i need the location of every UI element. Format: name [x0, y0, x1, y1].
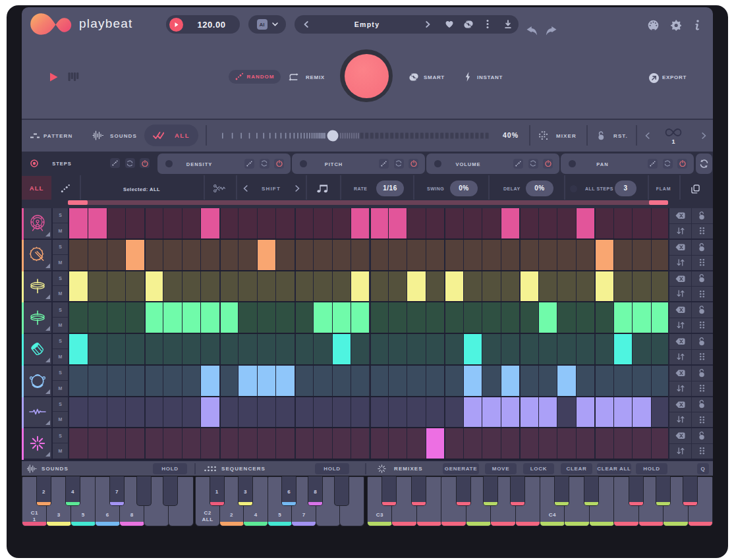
playhead-position[interactable] [68, 200, 88, 205]
solo-button-kick[interactable]: S [53, 208, 68, 223]
bottom-sounds-label[interactable]: SOUNDS [42, 466, 69, 472]
note-value-icon[interactable] [316, 184, 328, 193]
remix-label[interactable]: REMIX [306, 74, 325, 80]
step-cell-kick-3[interactable] [107, 208, 125, 238]
sequencers-label[interactable]: SEQUENCERS [221, 466, 266, 472]
track-swap-button[interactable] [669, 412, 691, 427]
track-expand-corner[interactable] [45, 326, 50, 331]
gear-icon[interactable] [670, 20, 681, 31]
toolbar-all-tab[interactable]: ALL [22, 176, 51, 200]
track-swap-button[interactable] [669, 223, 691, 238]
step-cell-tom-13[interactable] [295, 366, 313, 396]
step-cell-synth-21[interactable] [444, 397, 463, 428]
step-cell-kick-31[interactable] [632, 208, 650, 238]
step-cell-kick-12[interactable] [275, 208, 294, 238]
track-clear-button[interactable] [669, 334, 691, 349]
step-cell-tom-7[interactable] [182, 366, 200, 396]
big-generate-button-inner[interactable] [345, 54, 389, 98]
step-cell-kick-23[interactable] [482, 208, 500, 238]
step-cell-hihat-open-18[interactable] [388, 302, 407, 333]
undo-icon[interactable] [526, 26, 538, 36]
mute-button-hihat-closed[interactable]: M [53, 286, 68, 301]
smart-label[interactable]: SMART [424, 74, 445, 80]
track-drag-handle[interactable] [691, 381, 713, 396]
step-cell-tom-14[interactable] [313, 366, 331, 396]
key-C#4[interactable] [554, 476, 569, 506]
tab-pitch-dice-button[interactable] [379, 159, 389, 169]
step-cell-kick-5[interactable] [144, 208, 163, 238]
step-cell-perc-27[interactable] [557, 428, 575, 459]
step-cell-perc-14[interactable] [313, 428, 331, 459]
step-cell-perc-21[interactable] [444, 428, 463, 459]
step-cell-snare-12[interactable] [275, 240, 294, 270]
step-cell-hihat-closed-14[interactable] [313, 271, 331, 302]
step-cell-shaker-26[interactable] [538, 334, 557, 364]
step-cell-hihat-closed-16[interactable] [351, 271, 369, 302]
step-cell-hihat-closed-4[interactable] [125, 271, 144, 302]
track-lock-button[interactable] [691, 302, 713, 318]
track-swap-button[interactable] [669, 286, 691, 301]
track-icon-cell-snare[interactable] [24, 240, 51, 271]
step-cell-hihat-closed-13[interactable] [295, 271, 313, 302]
key-C#2[interactable]: 1 [210, 476, 225, 506]
mute-button-hihat-open[interactable]: M [53, 318, 68, 333]
step-cell-shaker-3[interactable] [107, 334, 125, 364]
tab-volume-dice-button[interactable] [513, 159, 523, 169]
step-cell-kick-2[interactable] [88, 208, 106, 238]
all-steps-value[interactable]: 3 [615, 181, 636, 196]
step-cell-hihat-open-13[interactable] [295, 302, 313, 333]
step-cell-hihat-open-6[interactable] [163, 302, 181, 333]
key-D#3[interactable] [411, 476, 426, 506]
tab-density[interactable]: DENSITY [157, 154, 291, 174]
clear-button[interactable]: CLEAR [561, 463, 592, 474]
move-button[interactable]: MOVE [485, 463, 517, 474]
key-F#2[interactable]: 6 [281, 476, 296, 506]
delay-value[interactable]: 0% [526, 181, 553, 196]
mute-button-tom[interactable]: M [53, 381, 68, 396]
step-cell-snare-13[interactable] [295, 240, 313, 270]
step-cell-synth-32[interactable] [651, 397, 669, 428]
step-cell-snare-31[interactable] [632, 240, 650, 270]
step-cell-synth-22[interactable] [463, 397, 482, 428]
step-cell-synth-9[interactable] [219, 397, 238, 428]
shift-right-button[interactable] [295, 185, 300, 192]
step-cell-snare-14[interactable] [313, 240, 331, 270]
step-cell-hihat-closed-22[interactable] [463, 271, 482, 302]
copy-icon[interactable] [691, 184, 700, 194]
step-cell-perc-19[interactable] [407, 428, 425, 459]
step-cell-perc-31[interactable] [632, 428, 650, 459]
step-cell-synth-14[interactable] [313, 397, 331, 428]
step-cell-perc-24[interactable] [501, 428, 519, 459]
step-cell-shaker-8[interactable] [200, 334, 219, 364]
lock-button[interactable]: LOCK [523, 463, 554, 474]
step-cell-hihat-closed-8[interactable] [200, 271, 219, 302]
solo-button-snare[interactable]: S [53, 240, 68, 255]
step-cell-snare-2[interactable] [88, 240, 106, 270]
track-lock-button[interactable] [691, 271, 713, 287]
track-clear-button[interactable] [669, 271, 691, 287]
step-cell-hihat-open-3[interactable] [107, 302, 125, 333]
step-cell-kick-1[interactable] [69, 208, 88, 238]
mixer-label[interactable]: MIXER [556, 133, 577, 139]
reset-lock-icon[interactable] [598, 131, 605, 140]
step-cell-synth-30[interactable] [613, 397, 632, 428]
step-cell-synth-2[interactable] [88, 397, 106, 428]
step-cell-shaker-13[interactable] [295, 334, 313, 364]
step-cell-perc-1[interactable] [69, 428, 88, 459]
step-cell-kick-28[interactable] [576, 208, 594, 238]
step-cell-kick-10[interactable] [238, 208, 256, 238]
step-cell-hihat-open-26[interactable] [538, 302, 557, 333]
step-cell-shaker-21[interactable] [444, 334, 463, 364]
step-cell-snare-26[interactable] [538, 240, 557, 270]
tab-volume-power-button[interactable] [543, 159, 553, 169]
step-cell-perc-18[interactable] [388, 428, 407, 459]
key-F#4[interactable] [629, 476, 644, 506]
step-cell-perc-29[interactable] [594, 428, 613, 459]
tab-pan-power-button[interactable] [677, 159, 687, 169]
step-cell-perc-2[interactable] [88, 428, 106, 459]
step-cell-kick-27[interactable] [557, 208, 575, 238]
step-cell-hihat-closed-15[interactable] [332, 271, 351, 302]
step-cell-perc-5[interactable] [144, 428, 163, 459]
step-cell-kick-22[interactable] [463, 208, 482, 238]
step-cell-perc-26[interactable] [538, 428, 557, 459]
